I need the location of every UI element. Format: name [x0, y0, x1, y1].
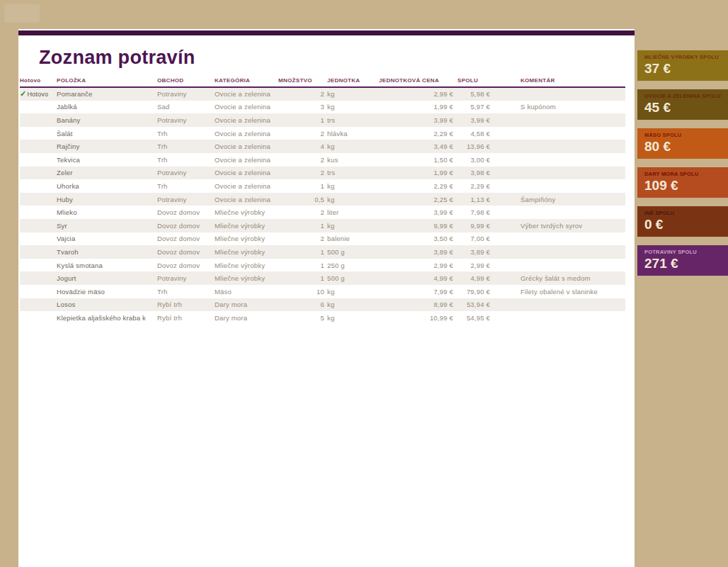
cell-total[interactable]: 3,99 €: [453, 113, 494, 127]
cell-unit[interactable]: kg: [324, 179, 379, 193]
cell-item[interactable]: Pomaranče: [57, 87, 157, 101]
cell-category[interactable]: Ovocie a zelenina: [215, 167, 278, 180]
cell-unit[interactable]: 500 g: [324, 245, 379, 259]
table-row[interactable]: VajciaDovoz domovMliečne výrobky2balenie…: [20, 232, 625, 246]
cell-unit[interactable]: kus: [324, 153, 379, 167]
cell-done[interactable]: [20, 167, 57, 180]
cell-comment[interactable]: Šampiňóny: [494, 193, 625, 206]
cell-item[interactable]: Kyslá smotana: [57, 259, 157, 272]
cell-category[interactable]: Mäso: [215, 285, 278, 298]
cell-total[interactable]: 53,94 €: [453, 298, 494, 312]
cell-done[interactable]: [20, 206, 57, 219]
cell-category[interactable]: Ovocie a zelenina: [215, 179, 278, 193]
cell-item[interactable]: Hovädzie mäso: [57, 285, 157, 298]
cell-uprice[interactable]: 8,99 €: [379, 298, 453, 312]
table-row[interactable]: ZelerPotravinyOvocie a zelenina2trs1,99 …: [20, 167, 625, 180]
cell-unit[interactable]: liter: [324, 206, 379, 219]
cell-uprice[interactable]: 2,99 €: [379, 87, 453, 101]
cell-comment[interactable]: S kupónom: [494, 101, 625, 114]
cell-done[interactable]: [20, 153, 57, 167]
cell-total[interactable]: 3,98 €: [453, 167, 494, 180]
cell-done[interactable]: ✓Hotovo: [20, 87, 57, 101]
cell-category[interactable]: Mliečne výrobky: [215, 271, 278, 285]
cell-unit[interactable]: trs: [324, 167, 379, 180]
cell-qty[interactable]: 2: [278, 127, 324, 140]
cell-done[interactable]: [20, 179, 57, 193]
cell-unit[interactable]: balenie: [324, 232, 379, 246]
cell-comment[interactable]: [494, 87, 625, 101]
cell-item[interactable]: Tekvica: [57, 153, 157, 167]
cell-comment[interactable]: [494, 206, 625, 219]
summary-card[interactable]: MLIEČNE VÝROBKY SPOLU37 €: [637, 50, 728, 81]
cell-category[interactable]: Ovocie a zelenina: [215, 87, 278, 101]
cell-category[interactable]: Mliečne výrobky: [215, 219, 278, 232]
cell-uprice[interactable]: 3,99 €: [379, 206, 453, 219]
table-row[interactable]: RajčinyTrhOvocie a zelenina4kg3,49 €13,9…: [20, 140, 625, 153]
cell-done[interactable]: [20, 245, 57, 259]
cell-done[interactable]: [20, 113, 57, 127]
cell-store[interactable]: Trh: [157, 153, 215, 167]
cell-total[interactable]: 79,90 €: [453, 285, 494, 298]
table-row[interactable]: TvarohDovoz domovMliečne výrobky1500 g3,…: [20, 245, 625, 259]
cell-item[interactable]: Mlieko: [57, 206, 157, 219]
cell-store[interactable]: Dovoz domov: [157, 206, 215, 219]
cell-category[interactable]: Mliečne výrobky: [215, 206, 278, 219]
table-row[interactable]: LososRybí trhDary mora6kg8,99 €53,94 €: [20, 298, 625, 312]
cell-uprice[interactable]: 2,29 €: [379, 127, 453, 140]
cell-item[interactable]: Huby: [57, 193, 157, 206]
cell-comment[interactable]: [494, 113, 625, 127]
summary-card[interactable]: INÉ SPOLU0 €: [637, 206, 728, 237]
cell-unit[interactable]: kg: [324, 140, 379, 153]
table-row[interactable]: JablkáSadOvocie a zelenina3kg1,99 €5,97 …: [20, 101, 625, 114]
cell-done[interactable]: [20, 259, 57, 272]
cell-qty[interactable]: 2: [278, 232, 324, 246]
cell-comment[interactable]: Filety obalené v slaninke: [494, 285, 625, 298]
cell-unit[interactable]: kg: [324, 285, 379, 298]
cell-store[interactable]: Dovoz domov: [157, 232, 215, 246]
column-header-store[interactable]: OBCHOD: [157, 76, 215, 87]
cell-item[interactable]: Jablká: [57, 101, 157, 114]
cell-category[interactable]: Ovocie a zelenina: [215, 193, 278, 206]
table-row[interactable]: MliekoDovoz domovMliečne výrobky2liter3,…: [20, 206, 625, 219]
cell-item[interactable]: Tvaroh: [57, 245, 157, 259]
column-header-total[interactable]: SPOLU: [453, 76, 494, 87]
column-header-unit[interactable]: JEDNOTKA: [324, 76, 379, 87]
table-row[interactable]: BanányPotravinyOvocie a zelenina1trs3,99…: [20, 113, 625, 127]
cell-total[interactable]: 7,00 €: [453, 232, 494, 246]
cell-store[interactable]: Trh: [157, 179, 215, 193]
cell-unit[interactable]: kg: [324, 219, 379, 232]
cell-total[interactable]: 3,00 €: [453, 153, 494, 167]
cell-item[interactable]: Banány: [57, 113, 157, 127]
cell-item[interactable]: Vajcia: [57, 232, 157, 246]
cell-uprice[interactable]: 7,99 €: [379, 285, 453, 298]
cell-total[interactable]: 9,99 €: [453, 219, 494, 232]
cell-unit[interactable]: 250 g: [324, 259, 379, 272]
cell-item[interactable]: Klepietka aljašského kraba k: [57, 311, 157, 325]
cell-store[interactable]: Potraviny: [157, 271, 215, 285]
cell-qty[interactable]: 2: [278, 206, 324, 219]
cell-total[interactable]: 13,96 €: [453, 140, 494, 153]
cell-qty[interactable]: 3: [278, 101, 324, 114]
cell-comment[interactable]: [494, 153, 625, 167]
cell-category[interactable]: Ovocie a zelenina: [215, 140, 278, 153]
cell-comment[interactable]: [494, 259, 625, 272]
cell-store[interactable]: Sad: [157, 101, 215, 114]
cell-item[interactable]: Jogurt: [57, 271, 157, 285]
table-row[interactable]: Kyslá smotanaDovoz domovMliečne výrobky1…: [20, 259, 625, 272]
column-header-category[interactable]: KATEGÓRIA: [215, 76, 278, 87]
cell-qty[interactable]: 2: [278, 87, 324, 101]
cell-item[interactable]: Uhorka: [57, 179, 157, 193]
summary-card[interactable]: MÄSO SPOLU80 €: [637, 128, 728, 159]
cell-category[interactable]: Mliečne výrobky: [215, 245, 278, 259]
cell-unit[interactable]: trs: [324, 113, 379, 127]
cell-qty[interactable]: 1: [278, 113, 324, 127]
cell-category[interactable]: Ovocie a zelenina: [215, 101, 278, 114]
cell-total[interactable]: 5,98 €: [453, 87, 494, 101]
cell-unit[interactable]: kg: [324, 193, 379, 206]
table-row[interactable]: ✓HotovoPomarančePotravinyOvocie a zeleni…: [20, 87, 625, 101]
cell-uprice[interactable]: 3,50 €: [379, 232, 453, 246]
table-row[interactable]: UhorkaTrhOvocie a zelenina1kg2,29 €2,29 …: [20, 179, 625, 193]
cell-uprice[interactable]: 4,99 €: [379, 271, 453, 285]
cell-qty[interactable]: 0,5: [278, 193, 324, 206]
cell-uprice[interactable]: 3,89 €: [379, 245, 453, 259]
